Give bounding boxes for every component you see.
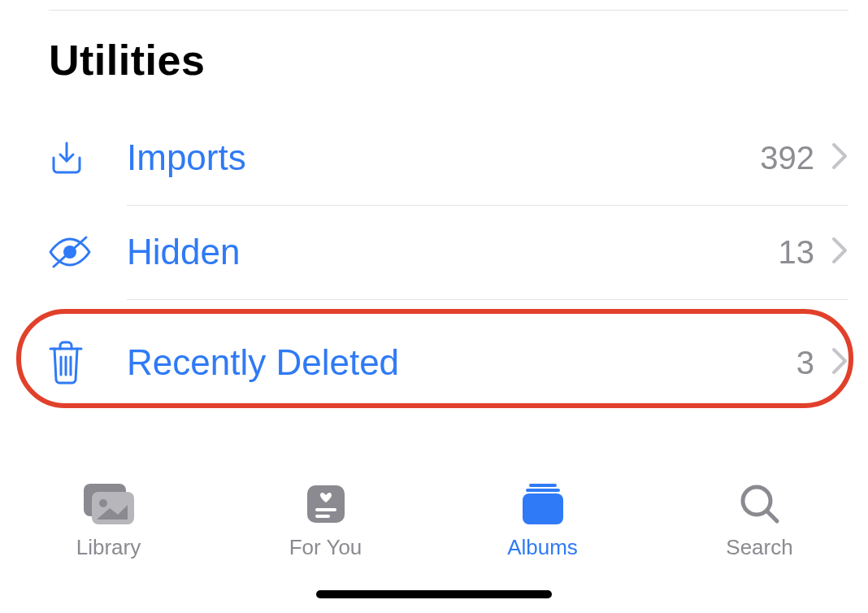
row-label: Hidden: [127, 232, 779, 272]
tab-albums[interactable]: Albums: [434, 480, 651, 560]
for-you-icon: [302, 480, 349, 528]
row-count: 3: [796, 345, 814, 381]
tab-for-you[interactable]: For You: [217, 480, 434, 560]
row-hidden[interactable]: Hidden 13: [47, 208, 848, 296]
download-tray-icon: [47, 138, 98, 177]
row-count: 392: [760, 140, 814, 176]
photos-albums-utilities-screen: Utilities Imports 392 Hidden 13: [0, 0, 868, 613]
separator: [49, 10, 848, 11]
eye-slash-icon: [47, 234, 98, 270]
row-imports[interactable]: Imports 392: [47, 114, 848, 202]
svg-rect-9: [523, 493, 563, 524]
svg-rect-7: [529, 484, 557, 487]
separator: [127, 205, 848, 206]
tab-label: Library: [76, 535, 141, 560]
library-icon: [79, 480, 139, 528]
tab-label: For You: [289, 535, 362, 560]
svg-rect-5: [315, 508, 336, 511]
row-label: Imports: [127, 137, 760, 178]
trash-icon: [47, 341, 98, 385]
home-indicator[interactable]: [316, 590, 552, 598]
tab-search[interactable]: Search: [651, 480, 868, 560]
chevron-right-icon: [831, 346, 848, 379]
section-title-utilities: Utilities: [49, 36, 205, 85]
row-count: 13: [779, 234, 815, 271]
svg-point-3: [99, 499, 107, 507]
separator: [127, 299, 848, 300]
albums-icon: [518, 480, 568, 528]
search-icon: [736, 480, 783, 528]
svg-rect-8: [526, 489, 560, 492]
row-label: Recently Deleted: [127, 342, 796, 383]
svg-rect-6: [315, 515, 330, 518]
chevron-right-icon: [831, 236, 848, 268]
row-recently-deleted[interactable]: Recently Deleted 3: [47, 319, 848, 406]
chevron-right-icon: [831, 141, 848, 174]
tab-label: Albums: [507, 535, 578, 560]
tab-library[interactable]: Library: [0, 480, 217, 560]
tab-label: Search: [726, 535, 792, 560]
